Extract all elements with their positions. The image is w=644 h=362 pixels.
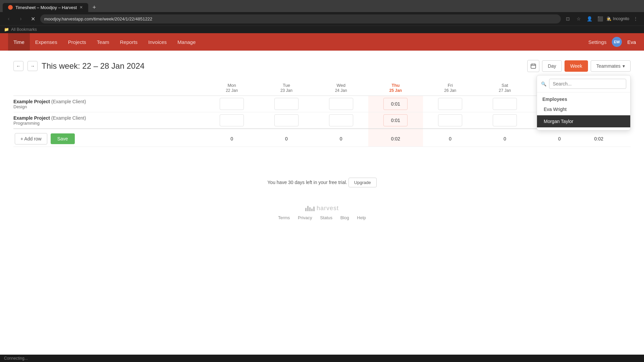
footer-help-link[interactable]: Help	[357, 215, 366, 220]
prev-week-button[interactable]: ←	[13, 61, 23, 71]
reload-button[interactable]: ✕	[28, 14, 38, 23]
page-footer: harvest Terms Privacy Status Blog Help	[13, 191, 631, 227]
teammates-dropdown: 🔍 Employees Eva Wright Morgan Taylor	[537, 75, 631, 130]
total-fri: 0	[423, 129, 478, 147]
row1-sat	[478, 96, 532, 112]
extension-icon[interactable]: ⬛	[596, 14, 604, 23]
tab-bar: Timesheet – Moodjoy – Harvest ✕ +	[0, 0, 644, 12]
toolbar-icons: ⊡ ☆ 👤 ⬛ 🕵 Incognito ⋮	[564, 14, 640, 23]
row1-task-name: Design	[13, 104, 203, 109]
close-tab-button[interactable]: ✕	[79, 5, 83, 10]
nav-reports[interactable]: Reports	[115, 33, 143, 51]
dropdown-search-input[interactable]	[549, 79, 626, 89]
total-mon: 0	[205, 129, 259, 147]
row1-mon	[205, 96, 259, 112]
incognito-icon: 🕵	[606, 16, 611, 21]
row2-fri-input[interactable]	[438, 114, 462, 126]
back-button[interactable]: ‹	[4, 14, 13, 23]
dropdown-item-morgan[interactable]: Morgan Taylor	[537, 115, 630, 127]
footer-actions-cell: + Add row Save	[13, 129, 205, 147]
row2-sat-input[interactable]	[493, 114, 517, 126]
footer-links: Terms Privacy Status Blog Help	[20, 215, 624, 220]
totals-row: + Add row Save 0 0 0 0:02 0 0 0 0:02	[13, 129, 631, 147]
address-bar[interactable]	[40, 14, 561, 23]
upgrade-button[interactable]: Upgrade	[348, 178, 377, 187]
dropdown-search-icon: 🔍	[541, 81, 546, 86]
save-button[interactable]: Save	[51, 133, 75, 144]
footer-privacy-link[interactable]: Privacy	[298, 215, 312, 220]
day-view-button[interactable]: Day	[542, 60, 562, 72]
footer-actions: + Add row Save	[15, 133, 203, 144]
col-header-tue: Tue23 Jan	[259, 80, 314, 96]
row1-sat-input[interactable]	[493, 98, 517, 110]
row1-thu-input[interactable]	[383, 98, 408, 110]
teammates-button[interactable]: Teammates ▾	[591, 60, 631, 72]
footer-terms-link[interactable]: Terms	[278, 215, 290, 220]
tab-favicon	[8, 5, 13, 10]
nav-projects[interactable]: Projects	[63, 33, 92, 51]
incognito-indicator: 🕵 Incognito	[606, 16, 629, 21]
menu-button[interactable]: ⋮	[631, 14, 640, 23]
week-view-button[interactable]: Week	[565, 60, 588, 72]
next-week-button[interactable]: →	[28, 61, 38, 71]
settings-link[interactable]: Settings	[588, 39, 606, 45]
employees-section-label: Employees	[537, 95, 630, 103]
row2-mon	[205, 112, 259, 129]
footer-status-link[interactable]: Status	[320, 215, 332, 220]
bookmark-star-icon[interactable]: ☆	[574, 14, 583, 23]
nav-team[interactable]: Team	[92, 33, 115, 51]
forward-button[interactable]: ›	[16, 14, 25, 23]
row1-project-name: Example Project (Example Client)	[13, 99, 203, 104]
view-controls: Day Week Teammates ▾ 🔍 Employees	[527, 60, 631, 72]
nav-invoices[interactable]: Invoices	[143, 33, 172, 51]
total-sat: 0	[478, 129, 532, 147]
row2-tue	[259, 112, 314, 129]
col-header-thu: Thu25 Jan	[368, 80, 423, 96]
week-header: ← → This week: 22 – 28 Jan 2024 Day Week	[13, 60, 631, 72]
cast-icon[interactable]: ⊡	[564, 14, 572, 23]
row2-task-name: Programming	[13, 121, 203, 126]
row2-mon-input[interactable]	[220, 114, 244, 126]
browser-toolbar: ‹ › ✕ ⊡ ☆ 👤 ⬛ 🕵 Incognito ⋮	[0, 12, 644, 25]
svg-rect-0	[531, 64, 536, 68]
calendar-button[interactable]	[527, 60, 539, 72]
nav-manage[interactable]: Manage	[172, 33, 201, 51]
total-actions	[611, 129, 631, 147]
total-thu: 0:02	[368, 129, 423, 147]
profile-icon[interactable]: 👤	[585, 14, 594, 23]
bookmarks-icon: 📁	[4, 27, 9, 32]
browser-chrome: Timesheet – Moodjoy – Harvest ✕ + ‹ › ✕ …	[0, 0, 644, 33]
total-all: 0:02	[587, 129, 611, 147]
nav-right: Settings EW Eva	[588, 37, 636, 47]
bookmarks-bar: 📁 All Bookmarks	[0, 25, 644, 33]
content: ← → This week: 22 – 28 Jan 2024 Day Week	[0, 51, 644, 236]
row2-tue-input[interactable]	[274, 114, 299, 126]
row2-thu-input[interactable]	[383, 114, 408, 126]
row1-mon-input[interactable]	[220, 98, 244, 110]
active-tab[interactable]: Timesheet – Moodjoy – Harvest ✕	[3, 3, 88, 12]
row2-project-info: Example Project (Example Client) Program…	[13, 112, 205, 129]
row1-project-info: Example Project (Example Client) Design	[13, 96, 205, 112]
col-header-fri: Fri26 Jan	[423, 80, 478, 96]
row1-tue-input[interactable]	[274, 98, 299, 110]
new-tab-button[interactable]: +	[90, 3, 99, 12]
dropdown-search-area: 🔍	[537, 75, 630, 93]
harvest-bars-icon	[305, 206, 315, 211]
main-nav: Time Expenses Projects Team Reports Invo…	[0, 33, 644, 51]
teammates-container: Teammates ▾ 🔍 Employees Eva Wright Morga…	[591, 60, 631, 72]
row1-wed-input[interactable]	[329, 98, 353, 110]
row2-wed-input[interactable]	[329, 114, 353, 126]
tab-title: Timesheet – Moodjoy – Harvest	[15, 5, 77, 10]
nav-time[interactable]: Time	[8, 33, 30, 51]
nav-expenses[interactable]: Expenses	[30, 33, 63, 51]
footer-blog-link[interactable]: Blog	[340, 215, 349, 220]
add-row-button[interactable]: + Add row	[15, 133, 47, 144]
row1-thu	[368, 96, 423, 112]
app: Time Expenses Projects Team Reports Invo…	[0, 33, 644, 355]
row1-fri-input[interactable]	[438, 98, 462, 110]
dropdown-item-eva[interactable]: Eva Wright	[537, 103, 630, 115]
col-header-project	[13, 80, 205, 96]
row2-thu	[368, 112, 423, 129]
row1-fri	[423, 96, 478, 112]
user-name: Eva	[627, 39, 636, 45]
